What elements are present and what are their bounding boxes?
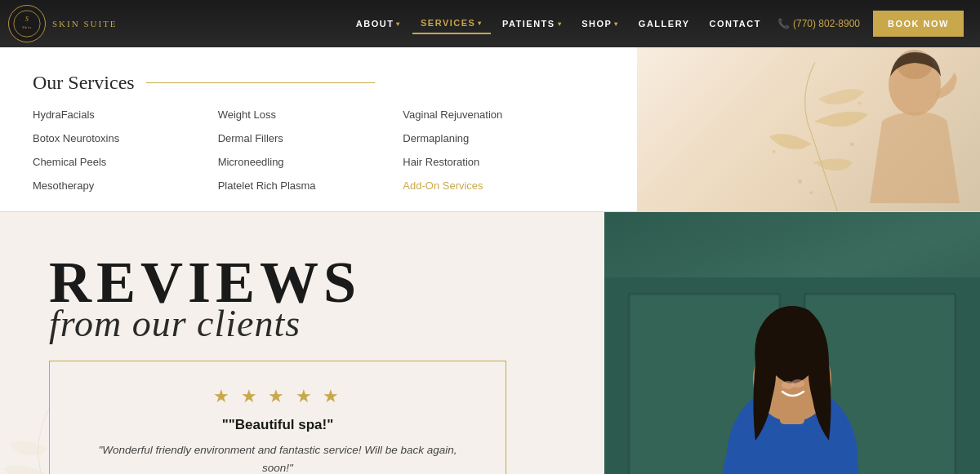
logo-icon: S Skin — [8, 5, 46, 42]
review-stars: ★ ★ ★ ★ ★ — [82, 386, 473, 407]
service-mesotherapy[interactable]: Mesotherapy — [33, 179, 218, 192]
svg-text:Skin: Skin — [22, 25, 32, 29]
nav-item-gallery[interactable]: GALLERY — [630, 14, 698, 33]
service-dermal-fillers[interactable]: Dermal Fillers — [218, 132, 403, 144]
services-col-2: Weight Loss Dermal Fillers Microneedling… — [218, 109, 403, 192]
chevron-down-icon: ▾ — [614, 20, 619, 28]
logo-area[interactable]: S Skin SKIN SUITE — [8, 5, 118, 42]
book-now-button[interactable]: BOOK NOW — [873, 11, 964, 37]
chevron-down-icon: ▾ — [558, 20, 563, 28]
service-dermaplaning[interactable]: Dermaplaning — [403, 132, 588, 144]
reviews-section: REVIEWS from our clients ★ ★ ★ ★ ★ ""Bea… — [0, 212, 980, 474]
services-image — [637, 47, 980, 211]
services-image-bg — [637, 47, 980, 211]
service-hydrafacials[interactable]: HydraFacials — [33, 109, 218, 121]
chevron-down-icon: ▾ — [478, 20, 483, 27]
phone-number[interactable]: 📞 (770) 802-8900 — [777, 18, 860, 29]
svg-point-0 — [14, 11, 40, 37]
services-col-3: Vaginal Rejuvenation Dermaplaning Hair R… — [403, 109, 588, 192]
reviews-subheading: from our clients — [49, 305, 301, 343]
nav-item-patients[interactable]: PATIENTS ▾ — [494, 14, 570, 33]
service-hair-restoration[interactable]: Hair Restoration — [403, 156, 588, 168]
services-columns: HydraFacials Botox Neurotoxins Chemical … — [33, 109, 588, 192]
woman-laptop-illustration — [604, 277, 980, 474]
nav-item-services[interactable]: SERVICES ▾ — [412, 13, 491, 34]
service-microneedling[interactable]: Microneedling — [218, 156, 403, 168]
woman-portrait-icon — [808, 47, 980, 211]
services-col-1: HydraFacials Botox Neurotoxins Chemical … — [33, 109, 218, 192]
review-title: ""Beautiful spa!" — [82, 417, 473, 433]
services-content: Our Services HydraFacials Botox Neurotox… — [33, 72, 588, 192]
nav-item-about[interactable]: ABOUT ▾ — [348, 14, 409, 33]
services-title: Our Services — [33, 72, 588, 94]
svg-point-22 — [791, 379, 804, 388]
woman-laptop-image — [604, 212, 980, 474]
nav-item-contact[interactable]: CONTACT — [702, 14, 769, 33]
reviews-right-photo — [604, 212, 980, 474]
services-dropdown-panel: Our Services HydraFacials Botox Neurotox… — [0, 47, 980, 212]
title-divider — [146, 82, 375, 83]
service-add-on[interactable]: Add-On Services — [403, 179, 588, 192]
phone-icon: 📞 — [777, 18, 790, 29]
main-nav: ABOUT ▾ SERVICES ▾ PATIENTS ▾ SHOP ▾ GAL… — [348, 11, 964, 37]
service-platelet-plasma[interactable]: Platelet Rich Plasma — [218, 179, 403, 192]
header: S Skin SKIN SUITE ABOUT ▾ SERVICES ▾ PAT… — [0, 0, 980, 47]
reviews-left: REVIEWS from our clients ★ ★ ★ ★ ★ ""Bea… — [0, 212, 604, 474]
service-chemical-peels[interactable]: Chemical Peels — [33, 156, 218, 168]
chevron-down-icon: ▾ — [396, 20, 401, 28]
service-weight-loss[interactable]: Weight Loss — [218, 109, 403, 121]
service-botox[interactable]: Botox Neurotoxins — [33, 132, 218, 144]
svg-point-3 — [799, 180, 802, 184]
review-card: ★ ★ ★ ★ ★ ""Beautiful spa!" "Wonderful f… — [49, 361, 506, 474]
svg-point-7 — [773, 151, 775, 153]
floral-left-icon — [0, 392, 114, 474]
service-vaginal-rejuvenation[interactable]: Vaginal Rejuvenation — [403, 109, 588, 121]
review-text: "Wonderful friendly environment and fant… — [82, 441, 473, 474]
nav-item-shop[interactable]: SHOP ▾ — [573, 14, 627, 33]
svg-text:S: S — [25, 16, 29, 23]
logo-text: SKIN SUITE — [52, 18, 118, 29]
